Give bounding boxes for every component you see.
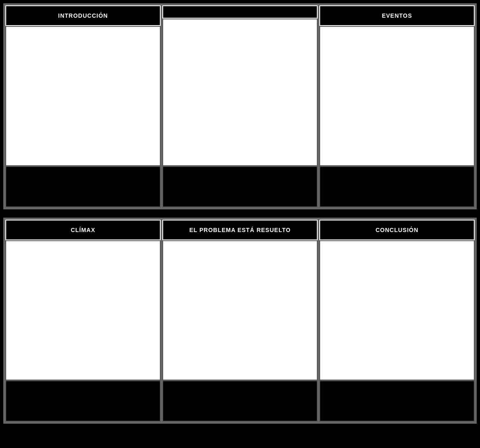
panel-header-eventos: EVENTOS — [319, 5, 475, 26]
panel-footer-conclusion — [319, 380, 475, 422]
panel-footer-2 — [162, 166, 318, 207]
panel-title-problema-resuelto: EL PROBLEMA ESTÁ RESUELTO — [189, 227, 290, 233]
panel-content-eventos — [319, 26, 475, 166]
panel-header-climax: CLÍMAX — [5, 220, 161, 240]
panel-climax: CLÍMAX — [5, 219, 162, 422]
panel-footer-climax — [5, 380, 161, 422]
panel-footer-eventos — [319, 166, 475, 207]
panel-header-introduccion: INTRODUCCIÓN — [5, 5, 161, 26]
panel-header-conclusion: CONCLUSIÓN — [319, 220, 475, 240]
panel-footer-problema-resuelto — [162, 380, 318, 422]
panel-footer-introduccion — [5, 166, 161, 207]
panel-eventos: EVENTOS — [318, 5, 475, 208]
panel-introduccion: INTRODUCCIÓN — [5, 5, 162, 208]
panel-content-2 — [162, 19, 318, 166]
panel-header-problema-resuelto: EL PROBLEMA ESTÁ RESUELTO — [162, 220, 318, 240]
panel-title-introduccion: INTRODUCCIÓN — [58, 12, 108, 19]
panel-header-2 — [162, 5, 318, 19]
panel-title-eventos: EVENTOS — [382, 12, 412, 19]
panel-content-introduccion — [5, 26, 161, 166]
row-1: INTRODUCCIÓN EVENTOS — [3, 3, 477, 209]
panel-title-climax: CLÍMAX — [71, 227, 96, 233]
row-2: CLÍMAX EL PROBLEMA ESTÁ RESUELTO CONCLUS… — [3, 218, 477, 424]
panel-content-problema-resuelto — [162, 240, 318, 380]
panel-title-conclusion: CONCLUSIÓN — [375, 227, 418, 233]
panel-conclusion: CONCLUSIÓN — [318, 219, 475, 422]
panel-2 — [162, 5, 318, 208]
panel-content-conclusion — [319, 240, 475, 380]
panel-content-climax — [5, 240, 161, 380]
storyboard: INTRODUCCIÓN EVENTOS CLÍMAX — [3, 3, 477, 424]
panel-problema-resuelto: EL PROBLEMA ESTÁ RESUELTO — [162, 219, 318, 422]
